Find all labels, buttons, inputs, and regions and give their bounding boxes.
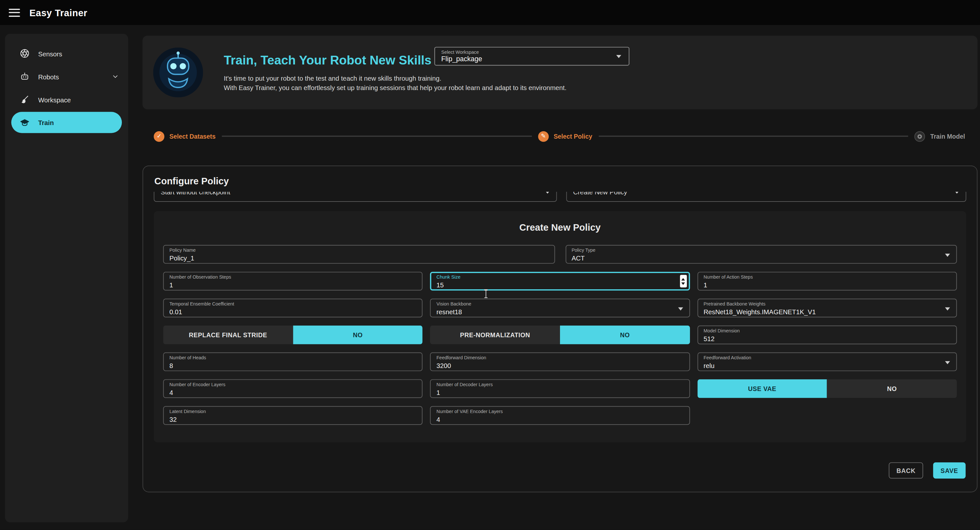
- feedforward-dimension-field[interactable]: Feedforward Dimension: [430, 352, 690, 371]
- pre-normalization-value-button[interactable]: NO: [560, 325, 690, 344]
- top-bar: Easy Trainer: [0, 0, 980, 25]
- pending-circle-icon: [915, 131, 925, 141]
- use-vae-label-button[interactable]: USE VAE: [697, 379, 827, 398]
- replace-final-stride-toggle: REPLACE FINAL STRIDE NO: [163, 325, 423, 344]
- feedforward-dimension-input[interactable]: [436, 361, 684, 370]
- vision-backbone-select[interactable]: Vision Backbone resnet18: [430, 299, 690, 317]
- create-new-policy-panel: Create New Policy Policy Name Policy Typ…: [154, 211, 966, 443]
- form-row: Number of Heads Feedforward Dimension Fe…: [163, 352, 957, 371]
- policy-mode-select-value: Create New Policy: [573, 192, 627, 196]
- app-window: Easy Trainer Sensors Robots: [0, 0, 980, 530]
- field-label: Number of Heads: [170, 355, 417, 360]
- use-vae-toggle: USE VAE NO: [697, 379, 957, 398]
- hero-banner: Train, Teach Your Robot New Skills It's …: [143, 36, 978, 109]
- card-title: Configure Policy: [143, 166, 977, 192]
- chevron-down-icon: [678, 308, 683, 311]
- field-label: Vision Backbone: [436, 301, 684, 307]
- robot-avatar: [153, 48, 203, 97]
- checkpoint-select[interactable]: Start without checkpoint: [154, 192, 557, 202]
- feedforward-activation-select[interactable]: Feedforward Activation relu: [697, 352, 957, 371]
- replace-final-stride-label-button[interactable]: REPLACE FINAL STRIDE: [163, 325, 293, 344]
- brush-icon: [20, 95, 30, 104]
- edit-icon: ✎: [538, 131, 549, 141]
- num-decoder-layers-field[interactable]: Number of Decoder Layers: [430, 379, 690, 398]
- num-action-steps-field[interactable]: Number of Action Steps: [697, 272, 957, 290]
- num-observation-steps-input[interactable]: [170, 280, 417, 289]
- field-label: Model Dimension: [703, 328, 950, 334]
- number-stepper[interactable]: [680, 275, 687, 288]
- sidebar: Sensors Robots Workspace Train: [5, 34, 128, 522]
- train-stepper: ✓ Select Datasets ✎ Select Policy Train …: [154, 129, 965, 143]
- temporal-ensemble-coefficient-input[interactable]: [170, 307, 417, 316]
- workspace-select[interactable]: Select Workspace Flip_package: [434, 47, 629, 66]
- sidebar-item-label: Train: [38, 119, 113, 126]
- stepper-down-icon[interactable]: [681, 282, 685, 285]
- num-vae-encoder-layers-field[interactable]: Number of VAE Encoder Layers: [430, 406, 690, 425]
- field-label: Number of VAE Encoder Layers: [436, 408, 684, 414]
- policy-type-select[interactable]: Policy Type ACT: [565, 245, 957, 264]
- form-row: Temporal Ensemble Coefficient Vision Bac…: [163, 299, 957, 317]
- latent-dimension-input[interactable]: [170, 415, 417, 424]
- step-label: Select Datasets: [170, 133, 216, 140]
- num-heads-input[interactable]: [170, 361, 417, 370]
- num-decoder-layers-input[interactable]: [436, 388, 684, 397]
- workspace-select-value: Flip_package: [441, 55, 622, 63]
- field-label: Feedforward Dimension: [436, 355, 684, 360]
- num-vae-encoder-layers-input[interactable]: [436, 415, 684, 424]
- num-action-steps-input[interactable]: [703, 280, 950, 289]
- step-select-policy[interactable]: ✎ Select Policy: [538, 131, 592, 141]
- app-title: Easy Trainer: [30, 7, 88, 18]
- chevron-down-icon: [945, 308, 950, 311]
- robot-avatar-illustration: [153, 48, 203, 97]
- field-label: Pretrained Backbone Weights: [703, 301, 950, 307]
- sidebar-item-label: Robots: [38, 73, 103, 80]
- pre-normalization-label-button[interactable]: PRE-NORMALIZATION: [430, 325, 560, 344]
- sidebar-item-workspace[interactable]: Workspace: [5, 88, 128, 111]
- policy-name-field[interactable]: Policy Name: [163, 245, 555, 264]
- feedforward-activation-value: relu: [703, 361, 950, 370]
- sidebar-item-train[interactable]: Train: [11, 112, 122, 133]
- policy-mode-select[interactable]: Create New Policy: [566, 192, 966, 202]
- num-encoder-layers-field[interactable]: Number of Encoder Layers: [163, 379, 423, 398]
- vision-backbone-value: resnet18: [436, 307, 684, 316]
- chunk-size-input[interactable]: [436, 280, 684, 289]
- num-observation-steps-field[interactable]: Number of Observation Steps: [163, 272, 423, 290]
- replace-final-stride-value-button[interactable]: NO: [293, 325, 423, 344]
- step-label: Select Policy: [554, 133, 592, 140]
- sidebar-item-sensors[interactable]: Sensors: [5, 42, 128, 65]
- aperture-icon: [20, 49, 30, 58]
- field-label: Number of Decoder Layers: [436, 382, 684, 387]
- use-vae-value-button[interactable]: NO: [827, 379, 957, 398]
- back-button[interactable]: BACK: [889, 462, 923, 479]
- pretrained-backbone-weights-select[interactable]: Pretrained Backbone Weights ResNet18_Wei…: [697, 299, 957, 317]
- field-label: Temporal Ensemble Coefficient: [170, 301, 417, 307]
- form-row: REPLACE FINAL STRIDE NO PRE-NORMALIZATIO…: [163, 325, 957, 344]
- workspace-select-label: Select Workspace: [441, 49, 622, 55]
- num-encoder-layers-input[interactable]: [170, 388, 417, 397]
- num-heads-field[interactable]: Number of Heads: [163, 352, 423, 371]
- model-dimension-input[interactable]: [703, 334, 950, 343]
- hero-text: Train, Teach Your Robot New Skills It's …: [224, 53, 423, 92]
- field-label: Number of Encoder Layers: [170, 382, 417, 387]
- model-dimension-field[interactable]: Model Dimension: [697, 325, 957, 344]
- policy-name-input[interactable]: [170, 253, 549, 262]
- field-label: Number of Action Steps: [703, 275, 950, 280]
- chunk-size-field[interactable]: Chunk Size: [430, 272, 690, 290]
- step-train-model[interactable]: Train Model: [915, 131, 965, 141]
- policy-form: Policy Name Policy Type ACT Number of Ob…: [154, 245, 966, 425]
- form-row: Number of Encoder Layers Number of Decod…: [163, 379, 957, 398]
- step-select-datasets[interactable]: ✓ Select Datasets: [154, 131, 215, 141]
- latent-dimension-field[interactable]: Latent Dimension: [163, 406, 423, 425]
- hamburger-menu-icon[interactable]: [9, 8, 20, 16]
- checkpoint-select-value: Start without checkpoint: [161, 192, 231, 196]
- hero-description-line2: With Easy Trainer, you can effortlessly …: [224, 83, 423, 92]
- sidebar-item-robots[interactable]: Robots: [5, 65, 128, 88]
- pretrained-backbone-weights-value: ResNet18_Weights.IMAGENET1K_V1: [703, 307, 950, 316]
- hero-description-line1: It's time to put your robot to the test …: [224, 73, 423, 83]
- clipped-selects-row: Start without checkpoint Create New Poli…: [143, 192, 977, 205]
- temporal-ensemble-coefficient-field[interactable]: Temporal Ensemble Coefficient: [163, 299, 423, 317]
- save-button[interactable]: SAVE: [933, 462, 966, 479]
- field-label: Chunk Size: [436, 275, 684, 280]
- stepper-up-icon[interactable]: [681, 278, 685, 280]
- check-icon: ✓: [154, 131, 164, 141]
